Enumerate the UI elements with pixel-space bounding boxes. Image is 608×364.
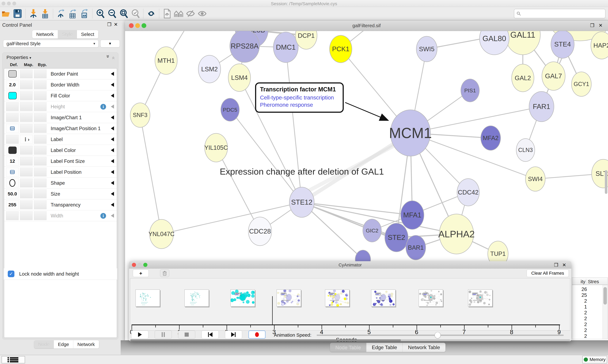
- zoom-selected-icon[interactable]: [130, 9, 140, 18]
- table-cell[interactable]: 25: [581, 292, 587, 298]
- property-row-image-chart-position-1[interactable]: Image/Chart Position 1: [4, 123, 117, 134]
- column-header-stress[interactable]: Stres: [588, 279, 599, 284]
- collapse-all-icon[interactable]: »: [110, 55, 116, 59]
- table-cell[interactable]: 26: [581, 286, 587, 292]
- timeline-panel[interactable]: 0123456789 Seconds: [130, 278, 570, 330]
- node-cdc28[interactable]: CDC28: [248, 217, 272, 246]
- node-gcy1[interactable]: GCY1: [571, 72, 592, 97]
- cyanimator-titlebar[interactable]: CyAnimator ❒ ✕: [129, 261, 571, 269]
- node-mcm1[interactable]: MCM1: [390, 110, 431, 156]
- pause-button[interactable]: [155, 330, 172, 339]
- slider-thumb[interactable]: [435, 332, 441, 338]
- zoom-in-icon[interactable]: [95, 9, 105, 18]
- property-row-size[interactable]: 50.0Size: [4, 188, 117, 199]
- node-cdc42[interactable]: CDC42: [457, 178, 480, 206]
- float-icon[interactable]: ❒: [554, 262, 558, 268]
- property-row-fill-color[interactable]: Fill Color: [4, 90, 117, 101]
- node-mth1[interactable]: MTH1: [155, 47, 178, 75]
- skip-start-button[interactable]: [202, 330, 219, 339]
- float-icon[interactable]: ❒: [107, 22, 111, 27]
- network-window-titlebar[interactable]: galFiltered.sif ❒ ✕: [125, 20, 608, 31]
- export-network-icon[interactable]: [56, 9, 66, 18]
- add-frame-button[interactable]: +: [133, 269, 149, 277]
- property-row-label-font-size[interactable]: 12Label Font Size: [4, 156, 117, 167]
- tab-edge-table[interactable]: Edge Table: [366, 343, 403, 352]
- property-row-label[interactable]: ⋮›Label: [4, 134, 117, 145]
- export-image-icon[interactable]: [80, 9, 89, 18]
- timeline-hscrollbar[interactable]: [130, 339, 570, 341]
- node-mfa2[interactable]: MFA2: [481, 126, 501, 151]
- zoom-out-icon[interactable]: [107, 9, 117, 18]
- node-swi5[interactable]: SWI5: [416, 36, 437, 62]
- table-cell[interactable]: 2: [584, 316, 587, 322]
- table-cell[interactable]: 2: [584, 298, 587, 304]
- open-folder-icon[interactable]: [1, 9, 11, 18]
- column-header-ity[interactable]: ity: [580, 279, 585, 284]
- export-table-icon[interactable]: [68, 9, 78, 18]
- task-history-button[interactable]: [1, 356, 25, 363]
- tab-network[interactable]: Network: [32, 30, 58, 39]
- node-gic2[interactable]: GIC2: [363, 219, 382, 242]
- style-select[interactable]: galFiltered Style ▾: [3, 40, 98, 47]
- property-row-border-width[interactable]: 2.0Border Width: [4, 79, 117, 90]
- animation-speed-slider[interactable]: [317, 335, 564, 336]
- node-ynl047c[interactable]: YNL047C: [149, 219, 174, 249]
- table-cell[interactable]: 2: [584, 322, 587, 327]
- tab-network-table[interactable]: Network Table: [403, 343, 445, 352]
- save-icon[interactable]: [13, 9, 23, 18]
- node-ste12[interactable]: STE12: [289, 187, 315, 218]
- clear-all-frames-button[interactable]: Clear All Frames: [527, 269, 569, 277]
- node-pdc5[interactable]: PDC5: [221, 98, 240, 121]
- import-network-icon[interactable]: [28, 9, 38, 18]
- node-swi4[interactable]: SWI4: [525, 167, 545, 192]
- node-pck1[interactable]: PCK1: [329, 35, 352, 63]
- refresh-icon[interactable]: [146, 9, 156, 18]
- skip-end-button[interactable]: [225, 330, 242, 339]
- show-details-icon[interactable]: [197, 9, 207, 18]
- frame-thumbnail-7[interactable]: [468, 289, 492, 307]
- float-icon[interactable]: ❒: [590, 23, 594, 28]
- table-cell[interactable]: 2: [584, 310, 587, 316]
- node-far1[interactable]: FAR1: [529, 91, 554, 122]
- frame-thumbnail-4[interactable]: [325, 289, 349, 307]
- table-vscrollbar[interactable]: [602, 285, 608, 339]
- close-icon[interactable]: ✕: [562, 262, 566, 268]
- table-cell[interactable]: 1: [584, 304, 587, 310]
- node-bar1[interactable]: BAR1: [406, 235, 426, 260]
- property-row-height[interactable]: Heighti: [4, 101, 117, 112]
- frame-thumbnail-3[interactable]: [276, 289, 301, 307]
- frame-thumbnail-1[interactable]: [184, 289, 209, 307]
- property-row-border-paint[interactable]: Border Paint: [4, 68, 117, 79]
- node-lsm2[interactable]: LSM2: [198, 55, 221, 83]
- node-ste2[interactable]: STE2: [385, 223, 408, 252]
- node-pis1[interactable]: PIS1: [461, 79, 480, 102]
- property-row-label-position[interactable]: Label Position: [4, 167, 117, 178]
- mcm1-annotation[interactable]: Transcription factor MCM1 Cell-type-spec…: [255, 82, 344, 113]
- node-ste4[interactable]: STE4: [551, 31, 574, 59]
- frame-thumbnail-2[interactable]: [231, 289, 255, 307]
- tab-select[interactable]: Select: [77, 30, 98, 39]
- node-yil105c[interactable]: YIL105C: [204, 133, 228, 162]
- zoom-fit-icon[interactable]: [119, 9, 129, 18]
- close-icon[interactable]: ✕: [114, 22, 118, 27]
- frame-thumbnail-6[interactable]: [419, 289, 443, 307]
- delete-frame-button[interactable]: [160, 269, 169, 277]
- table-cell[interactable]: 2: [584, 327, 587, 333]
- record-button[interactable]: [249, 330, 265, 339]
- close-icon[interactable]: ✕: [599, 23, 603, 28]
- node-cln3[interactable]: CLN3: [516, 138, 535, 162]
- search-field[interactable]: [514, 9, 606, 18]
- node-mfa1[interactable]: MFA1: [401, 200, 424, 230]
- hide-details-icon[interactable]: [186, 9, 195, 18]
- frame-thumbnail-0[interactable]: [136, 289, 160, 307]
- annotation-link-1[interactable]: Cell-type-specific transcription: [260, 94, 339, 101]
- property-row-transparency[interactable]: 255Transparency: [4, 199, 117, 210]
- tab-edge[interactable]: Edge: [54, 340, 73, 349]
- playhead[interactable]: [272, 296, 273, 325]
- frame-thumbnail-5[interactable]: [371, 289, 396, 307]
- network-vscrollbar[interactable]: [605, 170, 607, 194]
- import-table-icon[interactable]: [40, 9, 50, 18]
- property-row-shape[interactable]: Shape: [4, 178, 117, 188]
- annotation-link-2[interactable]: Pheromone response: [260, 102, 339, 108]
- property-row-width[interactable]: Widthi: [4, 210, 117, 221]
